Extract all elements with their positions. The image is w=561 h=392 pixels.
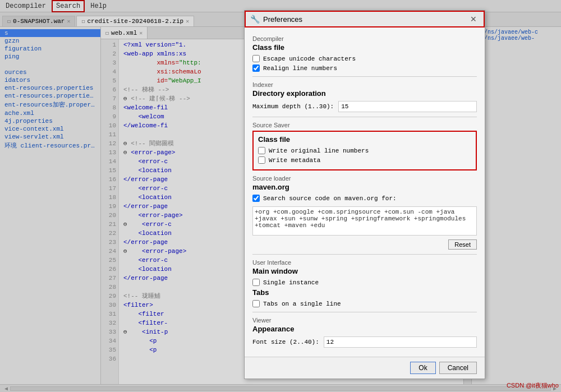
write-metadata-label: Write metadata bbox=[269, 157, 320, 164]
tabs-single-line-label: Tabs on a single line bbox=[263, 301, 341, 307]
max-depth-input[interactable] bbox=[338, 101, 477, 112]
section-header-ui: User Interface bbox=[252, 259, 477, 266]
realign-line-numbers-label: Realign line numbers bbox=[263, 65, 337, 72]
write-metadata-checkbox[interactable] bbox=[258, 156, 265, 164]
section-header-viewer: Viewer bbox=[252, 317, 477, 324]
ok-button[interactable]: Ok bbox=[410, 362, 435, 374]
section-title-appearance: Appearance bbox=[252, 325, 477, 333]
escape-unicode-checkbox[interactable] bbox=[252, 55, 260, 62]
section-title-class-file-2: Class file bbox=[258, 135, 471, 144]
dialog-close-button[interactable]: ✕ bbox=[468, 15, 479, 24]
realign-line-numbers-checkbox[interactable] bbox=[252, 64, 260, 72]
escape-unicode-row[interactable]: Escape unicode characters bbox=[252, 55, 477, 62]
section-title-tabs: Tabs bbox=[252, 288, 477, 297]
single-instance-label: Single instance bbox=[263, 279, 319, 286]
tabs-single-line-checkbox[interactable] bbox=[252, 300, 260, 307]
realign-line-numbers-row[interactable]: Realign line numbers bbox=[252, 64, 477, 72]
section-title-main-window: Main window bbox=[252, 267, 477, 275]
font-size-row: Font size (2..40): bbox=[252, 336, 477, 348]
reset-button[interactable]: Reset bbox=[448, 239, 477, 250]
divider-4 bbox=[252, 312, 477, 312]
search-maven-checkbox[interactable] bbox=[252, 195, 260, 202]
max-depth-row: Maximum depth (1..30): bbox=[252, 101, 477, 112]
single-instance-checkbox[interactable] bbox=[252, 279, 260, 286]
divider-3 bbox=[252, 254, 477, 255]
preferences-dialog: 🔧 Preferences ✕ Decompiler Class file Es… bbox=[244, 10, 485, 379]
section-header-indexer: Indexer bbox=[252, 81, 477, 88]
font-size-label: Font size (2..40): bbox=[252, 339, 319, 345]
section-header-source-loader: Source loader bbox=[252, 175, 477, 182]
write-metadata-row[interactable]: Write metadata bbox=[258, 156, 471, 164]
tabs-single-line-row[interactable]: Tabs on a single line bbox=[252, 300, 477, 307]
section-title-directory-exploration: Directory exploration bbox=[252, 89, 477, 98]
section-header-source-saver: Source Saver bbox=[252, 122, 477, 128]
dialog-titlebar: 🔧 Preferences ✕ bbox=[245, 11, 485, 27]
single-instance-row[interactable]: Single instance bbox=[252, 279, 477, 286]
escape-unicode-label: Escape unicode characters bbox=[263, 56, 356, 62]
preferences-icon: 🔧 bbox=[250, 15, 260, 24]
dialog-footer: Ok Cancel bbox=[245, 357, 485, 379]
search-maven-label: Search source code on maven.org for: bbox=[263, 195, 397, 202]
font-size-input[interactable] bbox=[324, 336, 477, 348]
write-original-line-numbers-checkbox[interactable] bbox=[258, 147, 265, 154]
section-title-maven-org: maven.org bbox=[252, 183, 477, 191]
search-maven-row[interactable]: Search source code on maven.org for: bbox=[252, 195, 477, 202]
dialog-body: Decompiler Class file Escape unicode cha… bbox=[245, 27, 485, 357]
section-header-decompiler: Decompiler bbox=[252, 35, 477, 42]
cancel-button[interactable]: Cancel bbox=[439, 362, 477, 374]
dialog-title: Preferences bbox=[263, 15, 465, 24]
reset-btn-container: Reset bbox=[252, 237, 477, 250]
packages-textarea[interactable]: +org +com.google +com.springsource +com.… bbox=[252, 206, 477, 236]
source-saver-box: Class file Write original line numbers W… bbox=[252, 131, 477, 170]
divider-1 bbox=[252, 76, 477, 77]
write-original-line-numbers-row[interactable]: Write original line numbers bbox=[258, 147, 471, 154]
divider-2 bbox=[252, 117, 477, 117]
write-original-line-numbers-label: Write original line numbers bbox=[269, 147, 369, 154]
section-title-class-file-1: Class file bbox=[252, 43, 477, 52]
max-depth-label: Maximum depth (1..30): bbox=[252, 103, 334, 110]
